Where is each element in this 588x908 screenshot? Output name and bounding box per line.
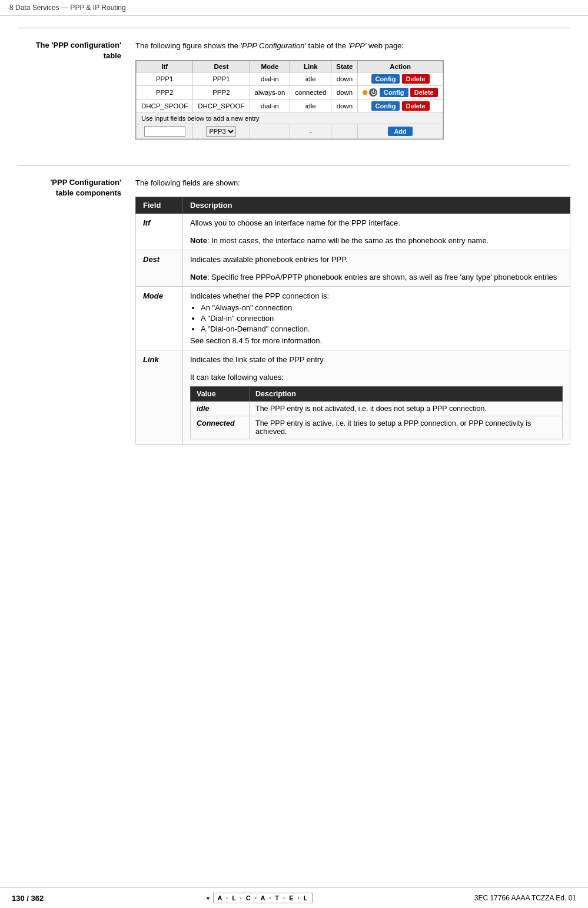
row2-link: connected: [290, 85, 331, 99]
list-item: An "Always-on" connection: [201, 303, 563, 312]
val-col-desc: Description: [250, 387, 563, 402]
val-idle: idle: [191, 402, 250, 416]
row3-delete-button[interactable]: Delete: [402, 101, 430, 111]
section-ppp-config-table: The 'PPP configuration' table The follow…: [18, 28, 570, 147]
row2-mode: always-on: [250, 85, 290, 99]
list-item: idle The PPP entry is not activated, i.e…: [191, 402, 563, 416]
row3-itf: DHCP_SPOOF: [137, 99, 193, 112]
ppp-config-table-wrapper: Itf Dest Mode Link State Action PPP1 PPP…: [135, 60, 444, 140]
section1-label: The 'PPP configuration' table: [18, 40, 135, 147]
add-mode-cell: [250, 124, 290, 138]
components-table: Field Description Itf Allows you to choo…: [135, 197, 570, 445]
note-label-dest: Note: [190, 273, 207, 281]
table-row: PPP1 PPP1 dial-in idle down Config Delet…: [137, 72, 443, 85]
row2-config-button[interactable]: Config: [380, 88, 408, 97]
add-link-cell: -: [290, 124, 331, 138]
add-button[interactable]: Add: [388, 127, 412, 136]
section1-intro: The following figure shows the 'PPP Conf…: [135, 40, 570, 52]
row2-delete-button[interactable]: Delete: [410, 88, 438, 97]
add-hint-text: Use input fields below to add a new entr…: [137, 112, 443, 124]
row3-dest: DHCP_SPOOF: [193, 99, 250, 112]
table-row: PPP2 PPP2 always-on connected down ⏻ Con…: [137, 85, 443, 99]
power-button-icon[interactable]: ⏻: [369, 88, 377, 97]
row1-action[interactable]: Config Delete: [358, 72, 443, 85]
power-indicator: ⏻: [363, 88, 377, 97]
row2-action[interactable]: ⏻ Config Delete: [358, 85, 443, 99]
list-item: A "Dial-in" connection: [201, 314, 563, 323]
field-link: Link: [136, 350, 183, 445]
row1-delete-button[interactable]: Delete: [402, 74, 430, 84]
section2-content: The following fields are shown: Field De…: [135, 177, 570, 445]
val-connected: Connected: [191, 416, 250, 439]
row1-mode: dial-in: [250, 72, 290, 85]
header-text: 8 Data Services — PPP & IP Routing: [9, 4, 126, 12]
triangle-icon: ▼: [205, 895, 211, 902]
page-number: 130 / 362: [12, 894, 44, 903]
row3-config-button[interactable]: Config: [371, 101, 400, 111]
row1-dest: PPP1: [193, 72, 250, 85]
logo-box: A · L · C · A · T · E · L: [213, 893, 313, 903]
col-link: Link: [290, 61, 331, 72]
page-header: 8 Data Services — PPP & IP Routing: [0, 0, 588, 16]
add-entry-row[interactable]: PPP3 - Add: [137, 124, 443, 138]
list-item: Itf Allows you to choose an interface na…: [136, 214, 570, 250]
row3-link: idle: [290, 99, 331, 112]
list-item: Mode Indicates whether the PPP connectio…: [136, 287, 570, 350]
add-dest-cell[interactable]: PPP3: [193, 124, 250, 138]
main-content: The 'PPP configuration' table The follow…: [0, 16, 588, 509]
desc-link: Indicates the link state of the PPP entr…: [183, 350, 570, 445]
list-item: A "Dial-on-Demand" connection.: [201, 324, 563, 333]
row3-action[interactable]: Config Delete: [358, 99, 443, 112]
desc-col-desc: Description: [183, 197, 570, 214]
row2-dest: PPP2: [193, 85, 250, 99]
field-itf: Itf: [136, 214, 183, 250]
field-dest: Dest: [136, 250, 183, 287]
page-footer: 130 / 362 ▼ A · L · C · A · T · E · L 3E…: [0, 887, 588, 908]
val-idle-desc: The PPP entry is not activated, i.e. it …: [250, 402, 563, 416]
row1-state: down: [331, 72, 358, 85]
val-col-value: Value: [191, 387, 250, 402]
note-label-itf: Note: [190, 236, 207, 245]
mode-bullets: An "Always-on" connection A "Dial-in" co…: [201, 303, 563, 333]
orange-dot-icon: [363, 90, 367, 95]
val-connected-desc: The PPP entry is active, i.e. it tries t…: [250, 416, 563, 439]
field-mode: Mode: [136, 287, 183, 350]
col-state: State: [331, 61, 358, 72]
row3-mode: dial-in: [250, 99, 290, 112]
section2-intro: The following fields are shown:: [135, 177, 570, 189]
row2-itf: PPP2: [137, 85, 193, 99]
col-itf: Itf: [137, 61, 193, 72]
section-ppp-config-components: 'PPP Configuration' table components The…: [18, 165, 570, 445]
col-mode: Mode: [250, 61, 290, 72]
col-dest: Dest: [193, 61, 250, 72]
table-row: DHCP_SPOOF DHCP_SPOOF dial-in idle down …: [137, 99, 443, 112]
add-dest-select[interactable]: PPP3: [206, 126, 236, 137]
list-item: Dest Indicates available phonebook entri…: [136, 250, 570, 287]
add-itf-input-cell[interactable]: [137, 124, 193, 138]
row3-state: down: [331, 99, 358, 112]
add-action-cell[interactable]: Add: [358, 124, 443, 138]
row1-itf: PPP1: [137, 72, 193, 85]
alcatel-wordmark: A · L · C · A · T · E · L: [213, 893, 313, 903]
row1-link: idle: [290, 72, 331, 85]
row2-state: down: [331, 85, 358, 99]
list-item: Connected The PPP entry is active, i.e. …: [191, 416, 563, 439]
link-value-table: Value Description idle The PPP entry is …: [190, 386, 563, 439]
desc-dest: Indicates available phonebook entries fo…: [183, 250, 570, 287]
add-itf-input[interactable]: [144, 126, 185, 137]
alcatel-logo: ▼ A · L · C · A · T · E · L: [205, 893, 313, 903]
list-item: Link Indicates the link state of the PPP…: [136, 350, 570, 445]
add-hint-row: Use input fields below to add a new entr…: [137, 112, 443, 124]
add-state-cell: [331, 124, 358, 138]
ppp-config-table: Itf Dest Mode Link State Action PPP1 PPP…: [136, 61, 443, 139]
desc-col-field: Field: [136, 197, 183, 214]
desc-itf: Allows you to choose an interface name f…: [183, 214, 570, 250]
desc-mode: Indicates whether the PPP connection is:…: [183, 287, 570, 350]
row1-config-button[interactable]: Config: [371, 74, 400, 84]
section1-content: The following figure shows the 'PPP Conf…: [135, 40, 570, 147]
col-action: Action: [358, 61, 443, 72]
section2-label: 'PPP Configuration' table components: [18, 177, 135, 445]
doc-reference: 3EC 17766 AAAA TCZZA Ed. 01: [474, 894, 576, 902]
